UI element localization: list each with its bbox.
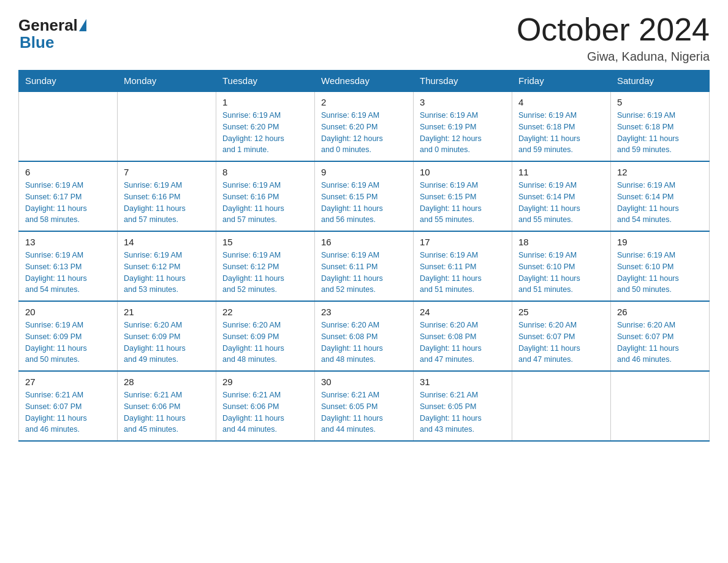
calendar-cell: 29Sunrise: 6:21 AMSunset: 6:06 PMDayligh… (216, 371, 315, 441)
calendar-cell (512, 371, 611, 441)
day-info: Sunrise: 6:19 AMSunset: 6:11 PMDaylight:… (321, 250, 407, 296)
location-text: Giwa, Kaduna, Nigeria (517, 50, 710, 64)
calendar-cell: 7Sunrise: 6:19 AMSunset: 6:16 PMDaylight… (118, 161, 216, 231)
day-info: Sunrise: 6:21 AMSunset: 6:06 PMDaylight:… (124, 389, 210, 435)
day-info: Sunrise: 6:20 AMSunset: 6:08 PMDaylight:… (321, 320, 407, 366)
day-info: Sunrise: 6:19 AMSunset: 6:14 PMDaylight:… (518, 180, 604, 226)
day-info: Sunrise: 6:19 AMSunset: 6:12 PMDaylight:… (222, 250, 308, 296)
day-number: 20 (25, 307, 111, 317)
logo-blue-text: Blue (20, 33, 54, 52)
calendar-cell (118, 91, 216, 161)
calendar-cell (611, 371, 710, 441)
day-info: Sunrise: 6:20 AMSunset: 6:08 PMDaylight:… (420, 320, 506, 366)
day-number: 27 (25, 377, 111, 387)
day-number: 31 (420, 377, 506, 387)
calendar-cell: 31Sunrise: 6:21 AMSunset: 6:05 PMDayligh… (414, 371, 512, 441)
day-info: Sunrise: 6:19 AMSunset: 6:19 PMDaylight:… (420, 110, 506, 156)
calendar-week-row: 1Sunrise: 6:19 AMSunset: 6:20 PMDaylight… (19, 91, 710, 161)
calendar-cell: 13Sunrise: 6:19 AMSunset: 6:13 PMDayligh… (19, 231, 118, 301)
day-number: 25 (518, 307, 604, 317)
day-number: 26 (617, 307, 703, 317)
day-info: Sunrise: 6:21 AMSunset: 6:07 PMDaylight:… (25, 389, 111, 435)
day-info: Sunrise: 6:19 AMSunset: 6:17 PMDaylight:… (25, 180, 111, 226)
calendar-cell: 26Sunrise: 6:20 AMSunset: 6:07 PMDayligh… (611, 301, 710, 371)
day-info: Sunrise: 6:20 AMSunset: 6:07 PMDaylight:… (617, 320, 703, 366)
calendar-header-saturday: Saturday (611, 71, 710, 92)
day-number: 15 (222, 237, 308, 247)
month-title: October 2024 (517, 12, 710, 47)
calendar-cell: 8Sunrise: 6:19 AMSunset: 6:16 PMDaylight… (216, 161, 315, 231)
day-info: Sunrise: 6:19 AMSunset: 6:11 PMDaylight:… (420, 250, 506, 296)
day-number: 18 (518, 237, 604, 247)
calendar-header-wednesday: Wednesday (315, 71, 414, 92)
day-info: Sunrise: 6:19 AMSunset: 6:20 PMDaylight:… (222, 110, 308, 156)
calendar-cell: 14Sunrise: 6:19 AMSunset: 6:12 PMDayligh… (118, 231, 216, 301)
calendar-cell: 4Sunrise: 6:19 AMSunset: 6:18 PMDaylight… (512, 91, 611, 161)
calendar-cell: 12Sunrise: 6:19 AMSunset: 6:14 PMDayligh… (611, 161, 710, 231)
calendar-header-thursday: Thursday (414, 71, 512, 92)
calendar-header-tuesday: Tuesday (216, 71, 315, 92)
calendar-cell: 30Sunrise: 6:21 AMSunset: 6:05 PMDayligh… (315, 371, 414, 441)
calendar-week-row: 20Sunrise: 6:19 AMSunset: 6:09 PMDayligh… (19, 301, 710, 371)
day-info: Sunrise: 6:21 AMSunset: 6:05 PMDaylight:… (420, 389, 506, 435)
day-info: Sunrise: 6:19 AMSunset: 6:14 PMDaylight:… (617, 180, 703, 226)
day-info: Sunrise: 6:20 AMSunset: 6:07 PMDaylight:… (518, 320, 604, 366)
day-number: 3 (420, 97, 506, 107)
calendar-cell: 2Sunrise: 6:19 AMSunset: 6:20 PMDaylight… (315, 91, 414, 161)
day-number: 29 (222, 377, 308, 387)
day-info: Sunrise: 6:19 AMSunset: 6:15 PMDaylight:… (420, 180, 506, 226)
calendar-cell: 17Sunrise: 6:19 AMSunset: 6:11 PMDayligh… (414, 231, 512, 301)
day-number: 13 (25, 237, 111, 247)
calendar-week-row: 27Sunrise: 6:21 AMSunset: 6:07 PMDayligh… (19, 371, 710, 441)
day-info: Sunrise: 6:19 AMSunset: 6:10 PMDaylight:… (518, 250, 604, 296)
logo-triangle-icon (79, 19, 86, 31)
day-number: 10 (420, 167, 506, 177)
calendar-week-row: 6Sunrise: 6:19 AMSunset: 6:17 PMDaylight… (19, 161, 710, 231)
calendar-cell: 27Sunrise: 6:21 AMSunset: 6:07 PMDayligh… (19, 371, 118, 441)
day-number: 28 (124, 377, 210, 387)
day-number: 5 (617, 97, 703, 107)
calendar-cell: 25Sunrise: 6:20 AMSunset: 6:07 PMDayligh… (512, 301, 611, 371)
page-header: General Blue October 2024 Giwa, Kaduna, … (18, 12, 710, 64)
day-number: 21 (124, 307, 210, 317)
calendar-cell (19, 91, 118, 161)
day-number: 19 (617, 237, 703, 247)
day-info: Sunrise: 6:20 AMSunset: 6:09 PMDaylight:… (222, 320, 308, 366)
calendar-cell: 18Sunrise: 6:19 AMSunset: 6:10 PMDayligh… (512, 231, 611, 301)
day-info: Sunrise: 6:20 AMSunset: 6:09 PMDaylight:… (124, 320, 210, 366)
calendar-week-row: 13Sunrise: 6:19 AMSunset: 6:13 PMDayligh… (19, 231, 710, 301)
day-number: 30 (321, 377, 407, 387)
day-number: 22 (222, 307, 308, 317)
day-info: Sunrise: 6:19 AMSunset: 6:13 PMDaylight:… (25, 250, 111, 296)
day-info: Sunrise: 6:19 AMSunset: 6:15 PMDaylight:… (321, 180, 407, 226)
calendar-cell: 24Sunrise: 6:20 AMSunset: 6:08 PMDayligh… (414, 301, 512, 371)
calendar-header-monday: Monday (118, 71, 216, 92)
day-number: 4 (518, 97, 604, 107)
calendar-cell: 15Sunrise: 6:19 AMSunset: 6:12 PMDayligh… (216, 231, 315, 301)
day-info: Sunrise: 6:19 AMSunset: 6:18 PMDaylight:… (518, 110, 604, 156)
day-number: 16 (321, 237, 407, 247)
calendar-cell: 10Sunrise: 6:19 AMSunset: 6:15 PMDayligh… (414, 161, 512, 231)
day-info: Sunrise: 6:19 AMSunset: 6:20 PMDaylight:… (321, 110, 407, 156)
calendar-cell: 16Sunrise: 6:19 AMSunset: 6:11 PMDayligh… (315, 231, 414, 301)
day-info: Sunrise: 6:21 AMSunset: 6:06 PMDaylight:… (222, 389, 308, 435)
day-info: Sunrise: 6:19 AMSunset: 6:16 PMDaylight:… (124, 180, 210, 226)
day-number: 12 (617, 167, 703, 177)
calendar-cell: 23Sunrise: 6:20 AMSunset: 6:08 PMDayligh… (315, 301, 414, 371)
day-number: 6 (25, 167, 111, 177)
calendar-cell: 6Sunrise: 6:19 AMSunset: 6:17 PMDaylight… (19, 161, 118, 231)
day-info: Sunrise: 6:21 AMSunset: 6:05 PMDaylight:… (321, 389, 407, 435)
day-number: 23 (321, 307, 407, 317)
logo: General Blue (18, 17, 88, 52)
calendar-cell: 22Sunrise: 6:20 AMSunset: 6:09 PMDayligh… (216, 301, 315, 371)
calendar-cell: 21Sunrise: 6:20 AMSunset: 6:09 PMDayligh… (118, 301, 216, 371)
calendar-cell: 28Sunrise: 6:21 AMSunset: 6:06 PMDayligh… (118, 371, 216, 441)
day-number: 2 (321, 97, 407, 107)
day-number: 7 (124, 167, 210, 177)
day-info: Sunrise: 6:19 AMSunset: 6:09 PMDaylight:… (25, 320, 111, 366)
calendar-cell: 20Sunrise: 6:19 AMSunset: 6:09 PMDayligh… (19, 301, 118, 371)
calendar-header-row: SundayMondayTuesdayWednesdayThursdayFrid… (19, 71, 710, 92)
calendar-header-friday: Friday (512, 71, 611, 92)
day-number: 24 (420, 307, 506, 317)
calendar-cell: 11Sunrise: 6:19 AMSunset: 6:14 PMDayligh… (512, 161, 611, 231)
